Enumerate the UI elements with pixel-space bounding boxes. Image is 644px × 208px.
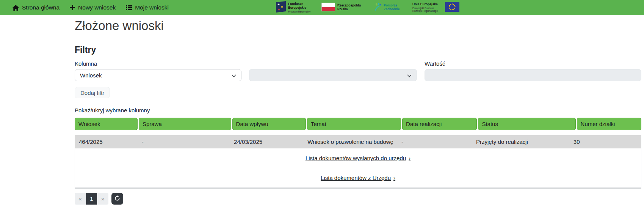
main-content: Złożone wnioski Filtry Kolumna Wniosek W… <box>75 18 641 205</box>
cell-sprawa: - <box>138 139 230 145</box>
column-header-data-realizacji[interactable]: Data realizacji <box>402 118 477 130</box>
column-header-sprawa[interactable]: Sprawa <box>139 118 231 130</box>
documents-received-row: Lista dokumentów z Urzędu› <box>75 168 641 188</box>
cell-data-wplywu: 24/03/2025 <box>230 139 304 145</box>
eu-flag-icon <box>445 2 459 13</box>
cell-status: Przyjęty do realizacji <box>472 139 570 145</box>
nav-item-label: Nowy wniosek <box>78 4 116 11</box>
wartosc-label: Wartość <box>425 60 641 67</box>
home-icon <box>13 5 19 11</box>
page-title: Złożone wnioski <box>75 18 641 33</box>
cell-wniosek: 464/2025 <box>75 139 138 145</box>
list-icon <box>126 5 132 10</box>
documents-received-link-label: Lista dokumentów z Urzędu <box>321 175 391 181</box>
table-row[interactable]: 464/2025 - 24/03/2025 Wniosek o pozwolen… <box>75 135 641 148</box>
column-header-numer-dzialki[interactable]: Numer działki <box>577 118 641 130</box>
poland-flag-icon <box>321 3 335 13</box>
navbar: Strona główna Nowy wniosek Moje wnioski <box>0 0 644 15</box>
nav-item-moje-wnioski[interactable]: Moje wnioski <box>126 4 169 11</box>
logo-unia-europejska: Unia Europejska Europejski Fundusz Rozwo… <box>412 2 459 13</box>
navbar-menu: Strona główna Nowy wniosek Moje wnioski <box>0 4 169 11</box>
pagination: « 1 » <box>75 193 641 205</box>
logo-subtitle: Europejski Fundusz Rozwoju Regionalnego <box>412 7 443 12</box>
pagination-page-1-button[interactable]: 1 <box>86 193 97 205</box>
filter-value-group: Wartość <box>425 55 641 81</box>
nav-item-nowy-wniosek[interactable]: Nowy wniosek <box>70 4 116 11</box>
column-header-status[interactable]: Status <box>478 118 575 130</box>
logo-subtitle: Program Regionalny <box>288 10 312 13</box>
chevron-down-icon <box>407 72 412 79</box>
chevron-right-icon: › <box>409 155 411 161</box>
cell-data-realizacji: - <box>398 139 472 145</box>
pagination-next-button[interactable]: » <box>97 193 108 205</box>
logo-rzeczpospolita-polska: Rzeczpospolita Polska <box>321 3 365 13</box>
value-input[interactable] <box>425 69 641 81</box>
logo-title: Pomorze Zachodnie <box>384 4 403 11</box>
pagination-prev-button[interactable]: « <box>75 193 86 205</box>
logo-title: Unia Europejska <box>412 3 443 6</box>
operator-select[interactable] <box>249 69 417 81</box>
refresh-icon <box>114 195 120 202</box>
cell-temat: Wniosek o pozwolenie na budowę <box>304 139 398 145</box>
toggle-columns-link[interactable]: Pokaż/ukryj wybrane kolumny <box>75 107 150 113</box>
logo-fundusze-europejskie: Fundusze Europejskie Program Regionalny <box>276 1 312 14</box>
nav-item-label: Moje wnioski <box>135 4 169 11</box>
chevron-down-icon <box>232 72 236 79</box>
documents-received-link[interactable]: Lista dokumentów z Urzędu› <box>321 175 395 181</box>
filter-row: Kolumna Wniosek Wartość <box>75 55 641 81</box>
add-filter-button[interactable]: Dodaj filtr <box>75 87 110 98</box>
filters-heading: Filtry <box>75 45 641 55</box>
pomorze-griffin-icon <box>374 2 381 13</box>
nav-item-strona-glowna[interactable]: Strona główna <box>13 4 60 11</box>
documents-sent-link[interactable]: Lista dokumentów wysłanych do urzędu› <box>306 155 411 161</box>
filter-operator-group <box>249 69 417 81</box>
funding-logos: Fundusze Europejskie Program Regionalny … <box>276 0 459 15</box>
documents-sent-link-label: Lista dokumentów wysłanych do urzędu <box>306 155 406 161</box>
nav-item-label: Strona główna <box>22 4 60 11</box>
column-select[interactable]: Wniosek <box>75 69 241 81</box>
chevron-right-icon: › <box>393 175 395 181</box>
refresh-button[interactable] <box>111 193 123 205</box>
cell-numer-dzialki: 30 <box>570 139 641 145</box>
documents-sent-row: Lista dokumentów wysłanych do urzędu› <box>75 148 641 168</box>
kolumna-label: Kolumna <box>75 60 241 67</box>
logo-title: Fundusze Europejskie <box>288 2 312 10</box>
column-header-data-wplywu[interactable]: Data wpływu <box>232 118 306 130</box>
column-select-value: Wniosek <box>80 72 102 79</box>
table-header-row: Wniosek Sprawa Data wpływu Temat Data re… <box>75 118 641 130</box>
column-header-wniosek[interactable]: Wniosek <box>75 118 138 130</box>
table-body: 464/2025 - 24/03/2025 Wniosek o pozwolen… <box>75 135 641 189</box>
filter-column-group: Kolumna Wniosek <box>75 55 241 81</box>
logo-pomorze-zachodnie: Pomorze Zachodnie <box>374 2 403 13</box>
fundusze-europejskie-flag-icon <box>276 1 286 14</box>
logo-title: Rzeczpospolita Polska <box>337 4 365 11</box>
plus-icon <box>70 5 75 10</box>
column-header-temat[interactable]: Temat <box>307 118 401 130</box>
